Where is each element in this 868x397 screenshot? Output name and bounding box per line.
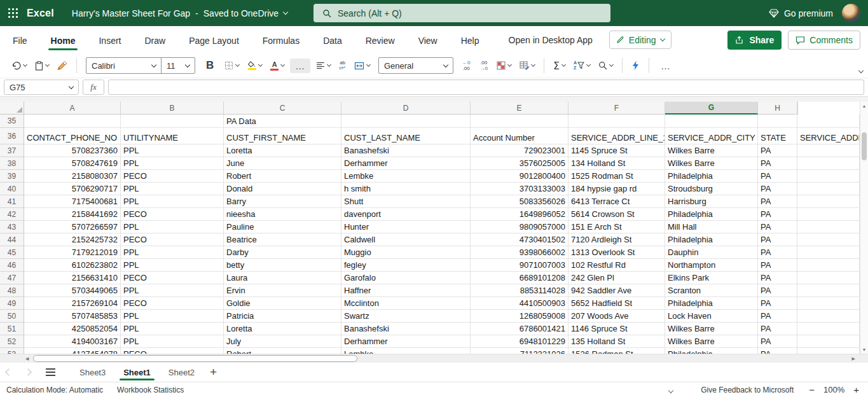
sheet-tab-sheet3[interactable]: Sheet3 (71, 363, 114, 381)
analyze-data-button[interactable] (629, 58, 642, 73)
font-size-select[interactable]: 11 (162, 58, 195, 73)
cell-I40[interactable] (797, 183, 860, 195)
cell-I52[interactable] (797, 335, 860, 348)
cell-G42[interactable]: Philadelphia (665, 208, 758, 221)
cell-H46[interactable]: PA (758, 259, 797, 272)
feedback-link[interactable]: Give Feedback to Microsoft (701, 386, 794, 394)
row-header-43[interactable]: 43 (0, 221, 24, 233)
cell-I37[interactable] (797, 144, 860, 157)
sheet-tab-sheet1[interactable]: Sheet1 (114, 363, 160, 381)
cell-B43[interactable]: PPL (121, 221, 224, 233)
cell-C48[interactable]: Ervin (224, 284, 341, 297)
decrease-decimal-button[interactable]: ←0 .00 (459, 59, 473, 73)
status-chevron-down-icon[interactable] (669, 386, 673, 394)
insert-function-button[interactable]: fx (83, 80, 104, 95)
cell-H35[interactable] (758, 115, 797, 128)
cell-G50[interactable]: Lock Haven (665, 310, 758, 323)
cell-C50[interactable]: Patricia (224, 310, 341, 323)
calculation-mode[interactable]: Calculation Mode: Automatic (6, 386, 103, 394)
cell-D43[interactable]: Hunter (341, 221, 471, 233)
cell-A50[interactable]: 5707485853 (24, 310, 121, 323)
row-header-38[interactable]: 38 (0, 157, 24, 170)
cell-D52[interactable]: Derhammer (341, 335, 471, 348)
cell-H39[interactable]: PA (758, 170, 797, 183)
cell-A45[interactable]: 7179212019 (24, 246, 121, 259)
row-header-50[interactable]: 50 (0, 310, 24, 323)
cell-C45[interactable]: Darby (224, 246, 341, 259)
cell-B40[interactable]: PPL (121, 183, 224, 195)
cell-E42[interactable]: 1649896052 (471, 208, 568, 221)
menu-tab-insert[interactable]: Insert (97, 29, 122, 52)
row-header-42[interactable]: 42 (0, 208, 24, 221)
cell-B49[interactable]: PECO (121, 297, 224, 310)
cell-G43[interactable]: Mill Hall (665, 221, 758, 233)
fill-color-button[interactable] (245, 59, 265, 73)
cell-F52[interactable]: 135 Holland St (568, 335, 665, 348)
cell-E51[interactable]: 6786001421 (471, 323, 568, 335)
cell-G49[interactable]: Philadelphia (665, 297, 758, 310)
vertical-scrollbar[interactable]: ▲ ▼ (860, 102, 868, 354)
cell-H50[interactable]: PA (758, 310, 797, 323)
cell-D38[interactable]: Derhammer (341, 157, 471, 170)
cell-F51[interactable]: 1146 Spruce St (568, 323, 665, 335)
cell-F43[interactable]: 151 E Arch St (568, 221, 665, 233)
cell-G37[interactable]: Wilkes Barre (665, 144, 758, 157)
row-header-40[interactable]: 40 (0, 183, 24, 195)
all-sheets-menu-icon[interactable] (46, 368, 55, 376)
cell-F42[interactable]: 5614 Crowson St (568, 208, 665, 221)
cell-A39[interactable]: 2158080307 (24, 170, 121, 183)
zoom-out-button[interactable]: − (809, 384, 815, 395)
row-header-44[interactable]: 44 (0, 233, 24, 246)
more-toolbar-options-button[interactable]: … (656, 59, 676, 73)
column-header-H[interactable]: H (758, 102, 797, 115)
cell-B47[interactable]: PECO (121, 272, 224, 284)
cell-D35[interactable] (341, 115, 471, 128)
cell-I47[interactable] (797, 272, 860, 284)
cell-B38[interactable]: PPL (121, 157, 224, 170)
cell-C36[interactable]: CUST_FIRST_NAME (224, 128, 341, 144)
cell-E37[interactable]: 729023001 (471, 144, 568, 157)
cell-F50[interactable]: 207 Woods Ave (568, 310, 665, 323)
cell-C51[interactable]: Loretta (224, 323, 341, 335)
cell-H40[interactable]: PA (758, 183, 797, 195)
cell-A36[interactable]: CONTACT_PHONE_NO (24, 128, 121, 144)
column-header-partial[interactable] (797, 102, 798, 115)
cell-B50[interactable]: PPL (121, 310, 224, 323)
cell-D45[interactable]: Muggio (341, 246, 471, 259)
cell-A35[interactable] (24, 115, 121, 128)
cell-B37[interactable]: PPL (121, 144, 224, 157)
cell-F46[interactable]: 102 Restful Rd (568, 259, 665, 272)
row-header-37[interactable]: 37 (0, 144, 24, 157)
cell-C49[interactable]: Goldie (224, 297, 341, 310)
app-launcher-icon[interactable] (8, 8, 18, 18)
column-header-C[interactable]: C (224, 102, 341, 115)
cell-D50[interactable]: Swartz (341, 310, 471, 323)
cell-C52[interactable]: July (224, 335, 341, 348)
bold-button[interactable]: B (201, 58, 219, 73)
cell-C44[interactable]: Beatrice (224, 233, 341, 246)
cell-G51[interactable]: Wilkes Barre (665, 323, 758, 335)
cell-E53[interactable]: 7112321026 (471, 348, 568, 354)
cell-G36[interactable]: SERVICE_ADDR_CITY (665, 128, 758, 144)
cell-C41[interactable]: Barry (224, 195, 341, 208)
formula-input[interactable] (108, 80, 864, 95)
cell-F38[interactable]: 134 Holland St (568, 157, 665, 170)
cell-A46[interactable]: 6102623802 (24, 259, 121, 272)
cell-H36[interactable]: STATE (758, 128, 797, 144)
cell-E40[interactable]: 3703133003 (471, 183, 568, 195)
cell-I49[interactable] (797, 297, 860, 310)
cell-H52[interactable]: PA (758, 335, 797, 348)
cell-I36[interactable]: SERVICE_ADDR (797, 128, 860, 144)
cell-G44[interactable]: Philadelphia (665, 233, 758, 246)
cell-I48[interactable] (797, 284, 860, 297)
row-header-46[interactable]: 46 (0, 259, 24, 272)
cell-I46[interactable] (797, 259, 860, 272)
cell-E49[interactable]: 4410500903 (471, 297, 568, 310)
cell-B46[interactable]: PPL (121, 259, 224, 272)
cell-C35[interactable]: PA Data (224, 115, 341, 128)
cell-H42[interactable]: PA (758, 208, 797, 221)
comments-button[interactable]: Comments (788, 31, 860, 50)
cell-B48[interactable]: PPL (121, 284, 224, 297)
cell-E45[interactable]: 9398066002 (471, 246, 568, 259)
cell-A49[interactable]: 2157269104 (24, 297, 121, 310)
